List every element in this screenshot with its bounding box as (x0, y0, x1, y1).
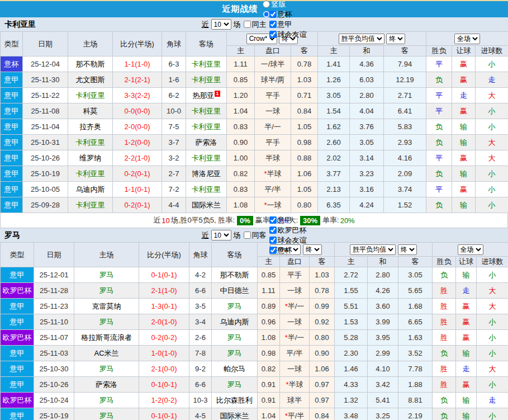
match-type-badge[interactable]: 意甲 (1, 377, 34, 393)
away-team-link[interactable]: 罗马 (227, 302, 242, 310)
league-checkbox[interactable] (269, 31, 277, 38)
match-type-badge[interactable]: 意甲 (1, 346, 34, 361)
recent-label[interactable]: 近 (202, 20, 209, 30)
recent-count-select[interactable]: 10 (211, 230, 231, 240)
recent-count-select[interactable]: 10 (211, 19, 231, 30)
home-team-link[interactable]: 罗马 (99, 286, 114, 295)
match-type-badge[interactable]: 意甲 (1, 408, 34, 420)
away-team-link[interactable]: 卡利亚里 (192, 60, 221, 68)
match-type-badge[interactable]: 意甲 (1, 150, 23, 166)
avg-final-select[interactable]: 终 (398, 244, 417, 255)
home-team-link[interactable]: 维罗纳 (79, 154, 101, 162)
home-team-link[interactable]: 格拉斯哥流浪者 (81, 333, 132, 342)
home-team-link[interactable]: 罗马 (99, 412, 114, 420)
away-team-link[interactable]: 国际米兰 (192, 201, 221, 209)
league-checkbox[interactable] (269, 216, 277, 224)
cell-avg-home: 3.05 (318, 88, 350, 103)
recent-label[interactable]: 近 (202, 230, 209, 240)
col-type: 类型 (1, 32, 23, 56)
match-type-badge[interactable]: 意甲 (1, 197, 23, 213)
league-checkbox-wrap[interactable]: 意甲 (269, 20, 307, 30)
match-type-badge[interactable]: 意甲 (1, 72, 23, 88)
league-checkbox-wrap[interactable]: 球会友谊 (269, 235, 307, 246)
match-type-badge[interactable]: 欧罗巴杯 (1, 283, 34, 299)
match-type-badge[interactable]: 意甲 (1, 88, 23, 103)
away-team-link[interactable]: 帕尔马 (224, 365, 245, 373)
match-type-badge[interactable]: 欧罗巴杯 (1, 393, 34, 408)
match-type-badge[interactable]: 意甲 (1, 299, 34, 314)
away-team-link[interactable]: 卡利亚里 (192, 107, 221, 115)
cell-handicap: 平手 (280, 267, 310, 283)
home-team-link[interactable]: AC米兰 (94, 349, 118, 357)
away-team-link[interactable]: 国际米兰 (220, 412, 249, 420)
away-team-link[interactable]: 那不勒斯 (220, 271, 249, 279)
avg-type-select[interactable]: 胜平负均值 (339, 34, 384, 44)
home-team-link[interactable]: 乌迪内斯 (76, 185, 105, 194)
away-team-link[interactable]: 卡利亚里 (192, 185, 221, 194)
home-team-link[interactable]: 卡利亚里 (76, 201, 105, 209)
home-team-link[interactable]: 罗马 (99, 271, 114, 279)
avg-type-select[interactable]: 胜平负均值 (350, 244, 396, 255)
match-type-badge[interactable]: 意甲 (1, 267, 34, 283)
match-type-badge[interactable]: 意甲 (1, 314, 34, 330)
match-type-badge[interactable]: 意甲 (1, 119, 23, 135)
home-team-link[interactable]: 那不勒斯 (76, 60, 105, 68)
cell-odds-home: 1.00 (227, 150, 255, 166)
avg-final-select[interactable]: 终 (386, 34, 405, 44)
fulltime-score: 1-1 (124, 60, 135, 68)
league-checkbox[interactable] (269, 237, 277, 244)
league-checkbox-wrap[interactable]: 意甲 (269, 215, 307, 225)
away-team-link[interactable]: 博洛尼亚 (192, 169, 221, 178)
halftime-score: (1-0) (135, 154, 150, 162)
home-team-link[interactable]: 科莫 (83, 107, 98, 115)
home-team-link[interactable]: 卡利亚里 (76, 138, 105, 147)
away-team-link[interactable]: 罗马 (227, 380, 242, 389)
league-checkbox-wrap[interactable]: 意杯 (269, 10, 307, 20)
cell-score: 0-1(0-1) (139, 377, 189, 393)
match-type-badge[interactable]: 意甲 (1, 103, 23, 119)
away-team-link[interactable]: 比尔森胜利 (216, 396, 253, 404)
same-venue-checkbox[interactable] (244, 232, 251, 239)
match-type-badge[interactable]: 意甲 (1, 135, 23, 150)
match-type-badge[interactable]: 意杯 (1, 56, 23, 72)
away-team-link[interactable]: 卡利亚里 (192, 122, 221, 131)
cell-away-team: 卡利亚里 (186, 150, 227, 166)
league-checkbox[interactable] (269, 21, 277, 28)
match-type-badge[interactable]: 欧罗巴杯 (1, 330, 34, 346)
league-checkbox-wrap[interactable]: 欧罗巴杯 (269, 225, 307, 235)
away-team-link[interactable]: 热那亚 (192, 91, 214, 100)
away-team-link[interactable]: 中日德兰 (220, 286, 249, 295)
home-team-link[interactable]: 罗马 (99, 365, 114, 373)
home-team-link[interactable]: 罗马 (99, 396, 114, 404)
layout-radio-unselected[interactable]: 竖版 (263, 0, 286, 10)
layout-radio-input[interactable] (263, 1, 270, 8)
scope-select[interactable]: 全场 (454, 34, 480, 44)
away-team-link[interactable]: 乌迪内斯 (220, 318, 249, 326)
cell-avg-draw: 3.16 (350, 182, 384, 197)
home-team-link[interactable]: 卡利亚里 (76, 91, 105, 100)
league-checkbox[interactable] (269, 11, 277, 18)
away-team-link[interactable]: 罗马 (227, 333, 242, 342)
away-team-link[interactable]: 卡利亚里 (192, 154, 221, 162)
league-checkbox-wrap[interactable]: 意杯 (269, 246, 307, 256)
home-team-link[interactable]: 卡利亚里 (76, 169, 105, 178)
scope-select[interactable]: 全场 (458, 244, 483, 255)
league-checkbox[interactable] (269, 226, 277, 234)
home-team-link[interactable]: 萨索洛 (96, 380, 117, 389)
away-team-link[interactable]: 卡利亚里 (192, 75, 221, 84)
league-checkbox[interactable] (269, 247, 277, 254)
home-team-link[interactable]: 罗马 (99, 318, 114, 326)
match-type-badge[interactable]: 意甲 (1, 361, 34, 377)
home-team-link[interactable]: 拉齐奥 (79, 122, 101, 131)
same-venue-checkbox-wrap[interactable]: 同客 (243, 230, 267, 240)
home-team-link[interactable]: 尤文图斯 (76, 75, 105, 84)
cell-date: 25-11-22 (23, 88, 68, 103)
away-team-link[interactable]: 萨索洛 (196, 138, 217, 147)
home-team-link[interactable]: 克雷莫纳 (92, 302, 121, 310)
away-team-link[interactable]: 罗马 (227, 349, 242, 357)
match-type-badge[interactable]: 意甲 (1, 166, 23, 182)
league-checkbox-wrap[interactable]: 球会友谊 (269, 30, 307, 40)
match-type-badge[interactable]: 意甲 (1, 182, 23, 197)
same-venue-checkbox[interactable] (244, 21, 251, 28)
same-venue-checkbox-wrap[interactable]: 同主 (243, 20, 267, 30)
